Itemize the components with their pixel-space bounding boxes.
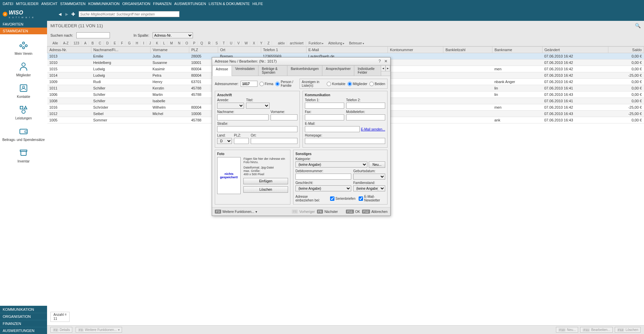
col-header[interactable]: PLZ [189, 47, 218, 53]
einfuegen-button[interactable]: Einfügen [243, 178, 288, 184]
menu-finanzen[interactable]: FINANZEN [153, 2, 171, 6]
close-icon[interactable]: ✕ [384, 59, 388, 64]
serienbriefen-check[interactable]: Serienbriefen [330, 196, 355, 201]
filter-N[interactable]: N [176, 41, 183, 45]
filter-H[interactable]: H [134, 41, 140, 45]
tab-vereinsdaten[interactable]: Vereinsdaten [232, 65, 258, 76]
col-header[interactable]: Vorname [151, 47, 189, 53]
col-header[interactable]: Adress-Nr. [47, 47, 91, 53]
col-header[interactable]: E-Mail [306, 47, 388, 53]
filter-G[interactable]: G [126, 41, 133, 45]
filter-J[interactable]: J [147, 41, 153, 45]
homepage-input[interactable] [305, 138, 385, 144]
tab-bankverbindungen[interactable]: Bankverbindungen [287, 65, 322, 76]
sidebar-stammdaten[interactable]: STAMMDATEN [0, 28, 47, 34]
details-button[interactable]: F2Details [50, 327, 72, 333]
sidebar-item-kontakte[interactable]: Kontakte [0, 81, 47, 101]
menu-mitglieder[interactable]: MITGLIEDER [16, 2, 39, 6]
nav-add-icon[interactable]: ✚ [71, 11, 75, 17]
fax-input[interactable] [305, 114, 344, 120]
filter-C[interactable]: C [97, 41, 104, 45]
filter-V[interactable]: V [235, 41, 242, 45]
email-input[interactable] [305, 126, 360, 132]
col-header[interactable]: Geändert [542, 47, 608, 53]
debitor-input[interactable] [295, 174, 351, 180]
menu-stammdaten[interactable]: STAMMDATEN [60, 2, 85, 6]
tab-scroll-left-icon[interactable]: ◄ [381, 65, 386, 71]
col-header[interactable]: Ort [218, 47, 261, 53]
col-header[interactable]: Kontonummer [388, 47, 443, 53]
search-icon[interactable]: 🔍 [635, 23, 641, 28]
sidebar-auswertungen[interactable]: AUSWERTUNGEN [0, 327, 47, 334]
tab-ansprechpartner[interactable]: Ansprechpartner [322, 65, 354, 76]
plz-input[interactable] [234, 138, 249, 144]
search-input[interactable] [76, 32, 110, 38]
filter-S[interactable]: S [213, 41, 220, 45]
filter-Q[interactable]: Q [198, 41, 205, 45]
filter-M[interactable]: M [168, 41, 175, 45]
dialog-weitere-button[interactable]: F3Weitere Funktionen... ▾ [215, 210, 257, 214]
menu-kommunikation[interactable]: KOMMUNIKATION [88, 2, 119, 6]
weitere-button[interactable]: F3Weitere Funktionen... ▾ [76, 327, 122, 333]
filter-Z[interactable]: Z [266, 41, 272, 45]
help-icon[interactable]: ? [378, 59, 381, 64]
filter-B[interactable]: B [89, 41, 96, 45]
filter-E[interactable]: E [112, 41, 118, 45]
familienstand-select[interactable]: (keine Angabe) [353, 185, 385, 191]
geburt-select[interactable] [353, 174, 385, 180]
menu-hilfe[interactable]: HILFE [252, 2, 263, 6]
sidebar-finanzen[interactable]: FINANZEN [0, 320, 47, 327]
global-search-input[interactable] [79, 11, 179, 17]
radio-firma[interactable]: Firma [259, 82, 274, 86]
radio-beiden[interactable]: Beiden [369, 82, 385, 86]
menu-ansicht[interactable]: ANSICHT [41, 2, 57, 6]
filter-F[interactable]: F [119, 41, 125, 45]
filter-drop-Betreuer[interactable]: Betreuer [347, 41, 366, 45]
filter-I[interactable]: I [141, 41, 147, 45]
nachname-input[interactable] [217, 114, 269, 120]
filter-Alle[interactable]: Alle [50, 41, 61, 45]
filter-A[interactable]: A [82, 41, 89, 45]
foto-loeschen-button[interactable]: Löschen [243, 186, 288, 193]
menu-auswertungen[interactable]: AUSWERTUNGEN [174, 2, 206, 6]
col-header[interactable]: Telefon 1 [261, 47, 306, 53]
filter-P[interactable]: P [191, 41, 198, 45]
geschlecht-select[interactable]: (keine Angabe) [295, 185, 351, 191]
tab-beitraege[interactable]: Beiträge & Spenden [258, 65, 287, 76]
tab-scroll-right-icon[interactable]: ► [386, 65, 390, 71]
mobil-input[interactable] [346, 114, 386, 120]
land-select[interactable]: D [217, 138, 232, 144]
filter-A-Z[interactable]: A-Z [61, 41, 71, 45]
radio-person[interactable]: Person / Familie [275, 80, 297, 87]
strasse-input[interactable] [217, 126, 297, 132]
radio-kontakte[interactable]: Kontakte [327, 82, 345, 86]
kategorie-neu-button[interactable]: Neu... [369, 161, 385, 168]
col-header[interactable]: Nachname/Fi... [91, 47, 150, 53]
anrede-select[interactable] [217, 103, 244, 109]
tab-adresse[interactable]: Adresse [212, 66, 232, 76]
filter-R[interactable]: R [206, 41, 213, 45]
sidebar-item-mitglieder[interactable]: Mitglieder [0, 59, 47, 79]
col-header[interactable]: Saldo [608, 47, 644, 53]
kategorie-select[interactable]: (keine Angabe) [295, 161, 367, 168]
titel-select[interactable] [246, 103, 270, 109]
filter-123[interactable]: 123 [72, 41, 82, 45]
filter-drop-Abteilung[interactable]: Abteilung [326, 41, 346, 45]
sidebar-item-mein-verein[interactable]: Mein Verein [0, 38, 47, 58]
sidebar-item-leistungen[interactable]: Leistungen [0, 102, 47, 122]
nav-back-icon[interactable]: ◄ [58, 11, 63, 17]
filter-K[interactable]: K [154, 41, 161, 45]
abbrechen-button[interactable]: F12Abbrechen [362, 210, 388, 214]
sidebar-item-beitrags[interactable]: Beitrags- und Spendensätze [0, 124, 47, 144]
sidebar-kommunikation[interactable]: KOMMUNIKATION [0, 306, 47, 313]
nav-forward-icon[interactable]: ► [65, 11, 69, 17]
sidebar-favoriten[interactable]: FAVORITEN [0, 21, 47, 28]
email-send-link[interactable]: E-Mail senden... [361, 127, 385, 131]
ort-input[interactable] [251, 138, 297, 144]
menu-listen[interactable]: LISTEN & DOKUMENTE [209, 2, 250, 6]
adressnummer-input[interactable] [241, 81, 257, 87]
filter-W[interactable]: W [243, 41, 250, 45]
naechster-button[interactable]: F6Nächster [317, 210, 338, 214]
filter-drop-Funktion[interactable]: Funktion [307, 41, 326, 45]
menu-datei[interactable]: DATEI [3, 2, 13, 6]
